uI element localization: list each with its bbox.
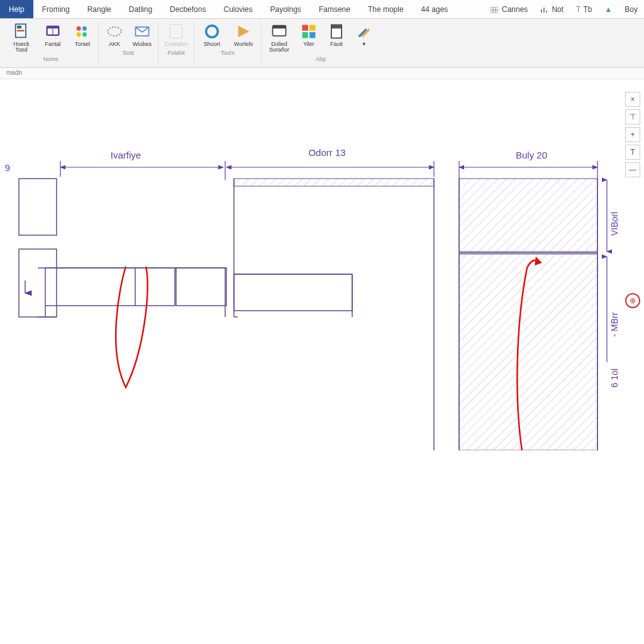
tool-plus[interactable]: + (625, 127, 640, 142)
vdim-61ol: 6 1ol (609, 369, 619, 387)
svg-rect-67 (459, 254, 597, 450)
ribbon-group-label: Polabit (167, 50, 185, 56)
drawing-canvas-wrap: Ivarfiye Odorr 13 Buly 20 9 (0, 79, 644, 644)
play-icon (235, 23, 252, 40)
ribbon-btn-label: Faoit (330, 42, 343, 47)
menu-tab-rangle[interactable]: Rangle (79, 0, 120, 18)
ribbon-btn-worlels[interactable]: Worlels (230, 21, 257, 48)
formula-bar[interactable]: madn (0, 68, 644, 79)
menu-right-label: Not (552, 5, 564, 14)
ribbon-btn-label: Fantal (45, 42, 60, 47)
menu-right-not[interactable]: Not (534, 5, 570, 14)
ribbon-btn-yiler[interactable]: Yiler (297, 21, 321, 55)
ribbon-btn-shoort[interactable]: Shoort (198, 21, 226, 48)
svg-rect-30 (303, 32, 308, 38)
ribbon-btn-label: Dolied Sorañor (269, 42, 289, 53)
svg-rect-9 (17, 30, 25, 31)
tool-close[interactable]: × (625, 92, 640, 107)
menu-tab-themople[interactable]: The mople (359, 0, 413, 18)
ribbon: Hoeck Toed Fantal Torset Nome AKK Wiobes (0, 19, 644, 68)
tool-top[interactable]: ⊤ (625, 109, 640, 125)
ribbon-btn-label: Hoeck Toed (13, 42, 30, 53)
menu-right-tb[interactable]: T Tb (570, 5, 598, 14)
svg-point-15 (77, 32, 81, 36)
bars-icon (540, 6, 548, 13)
left-marker: 9 (5, 162, 10, 173)
menu-right-cannes[interactable]: Cannes (484, 5, 534, 14)
menu-right-boy[interactable]: Boy (618, 5, 644, 14)
ribbon-group-polabit: Coondon Polabit (158, 21, 194, 67)
ribbon-group-sost: AKK Wiobes Sost (99, 21, 158, 67)
ribbon-btn-akk[interactable]: AKK (103, 21, 126, 48)
svg-point-16 (82, 32, 87, 36)
svg-rect-29 (309, 25, 315, 31)
tool-text[interactable]: T (625, 145, 640, 160)
svg-point-23 (206, 26, 218, 38)
menubar: Help Froming Rangle Datling Decbefons Cu… (0, 0, 644, 19)
ribbon-btn-label: Yiler (303, 42, 314, 47)
annotation-mark-1 (116, 267, 147, 387)
vdim-mbrr: - MBrr (609, 312, 619, 336)
shape-icon (106, 23, 123, 40)
svg-rect-53 (45, 268, 175, 306)
menu-tab-famsene[interactable]: Famsene (310, 0, 359, 18)
svg-rect-33 (331, 25, 341, 29)
tool-target[interactable]: ⊕ (625, 293, 640, 308)
svg-point-17 (108, 27, 121, 36)
svg-rect-31 (309, 32, 315, 38)
ribbon-btn-tools[interactable]: ✦ (352, 21, 376, 55)
ribbon-btn-label: Worlels (234, 42, 253, 47)
text-icon: T (576, 5, 580, 14)
dim-label-odorr: Odorr 13 (308, 147, 345, 158)
svg-rect-8 (17, 26, 21, 29)
dim-label-ivarfiye: Ivarfiye (111, 150, 141, 160)
sheet-icon (167, 23, 185, 40)
menu-tab-froming[interactable]: Froming (33, 0, 79, 18)
ribbon-btn-label: Torset (75, 42, 91, 47)
ribbon-btn-faoit[interactable]: Faoit (325, 21, 348, 55)
up-arrow-icon: ▲ (604, 5, 612, 14)
ribbon-btn-torset[interactable]: Torset (70, 21, 94, 55)
envelope-icon (133, 23, 151, 40)
menu-tab-44ages[interactable]: 44 ages (413, 0, 457, 18)
ribbon-group-label: Abp (316, 56, 326, 62)
vdim-viborl: VIBorl (609, 212, 619, 236)
menu-tab-datling[interactable]: Datling (120, 0, 161, 18)
svg-rect-66 (459, 179, 597, 252)
table-icon (44, 23, 62, 40)
menu-right-label: Tb (583, 5, 592, 14)
ribbon-group-abp: Dolied Sorañor Yiler Faoit ✦ Abp (262, 21, 380, 67)
page-icon (328, 23, 345, 40)
ribbon-btn-label: Shoort (204, 42, 221, 47)
menu-tab-help[interactable]: Help (0, 0, 33, 18)
document-icon (13, 23, 30, 40)
ribbon-group-label: Sost (123, 50, 134, 56)
ribbon-group-label: Nome (43, 56, 58, 62)
menu-tab-payolngs[interactable]: Payolngs (262, 0, 310, 18)
drawing-canvas[interactable]: Ivarfiye Odorr 13 Buly 20 9 (0, 98, 623, 450)
svg-rect-19 (170, 25, 182, 38)
dots-icon (74, 23, 91, 40)
ribbon-btn-wiobes[interactable]: Wiobes (130, 21, 154, 48)
menu-right-label: Cannes (502, 5, 528, 14)
svg-rect-50 (19, 249, 57, 317)
right-toolbar: × ⊤ + T — ⊕ (625, 92, 643, 308)
ribbon-btn-hoeck[interactable]: Hoeck Toed (8, 21, 35, 55)
ribbon-group-label: Toom (221, 50, 235, 56)
grid4-icon (300, 23, 318, 40)
svg-rect-27 (273, 26, 286, 29)
menu-tab-culovies[interactable]: Culovies (214, 0, 261, 18)
ribbon-btn-label: Coondon (165, 42, 188, 47)
ribbon-btn-label: ✦ (362, 42, 367, 47)
menu-right-up[interactable]: ▲ (598, 5, 618, 14)
tool-line[interactable]: — (625, 162, 640, 177)
ribbon-btn-coondon: Coondon (162, 21, 190, 48)
menu-tab-decbefons[interactable]: Decbefons (161, 0, 214, 18)
refresh-icon (203, 23, 221, 40)
svg-rect-59 (234, 179, 434, 186)
ribbon-btn-dolied[interactable]: Dolied Sorañor (265, 21, 293, 55)
ribbon-btn-fantal[interactable]: Fantal (39, 21, 67, 55)
tools-icon (355, 23, 373, 40)
ribbon-group-toom: Shoort Worlels Toom (194, 21, 262, 67)
screen-icon (270, 23, 288, 40)
